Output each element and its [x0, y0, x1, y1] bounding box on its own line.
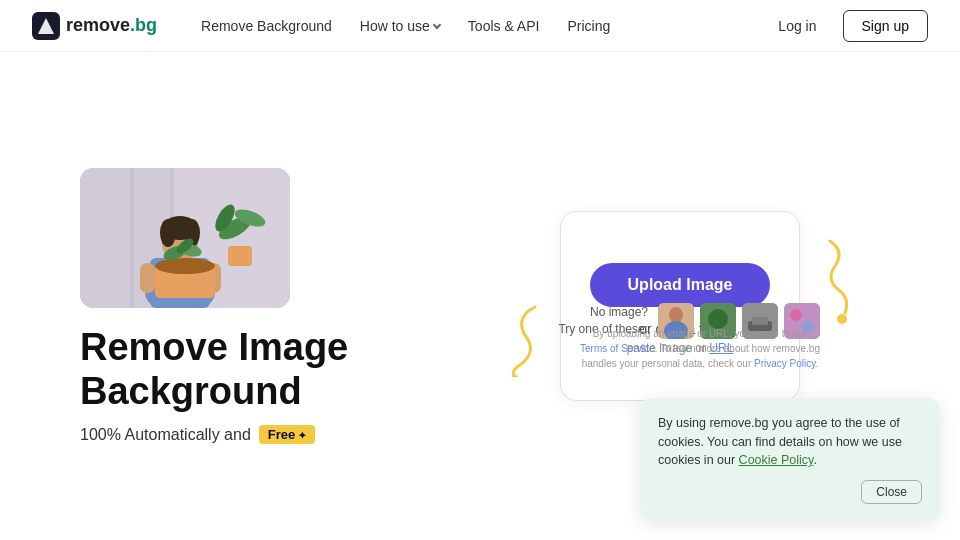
- logo-icon: [32, 12, 60, 40]
- cookie-text: By using remove.bg you agree to the use …: [658, 414, 922, 470]
- cookie-policy-link[interactable]: Cookie Policy: [739, 453, 814, 467]
- svg-point-36: [511, 375, 519, 377]
- squiggle-bottom-left-decoration: [500, 297, 570, 381]
- nav-links: Remove Background How to use Tools & API…: [189, 12, 762, 40]
- privacy-link[interactable]: Privacy Policy: [754, 358, 816, 369]
- upload-image-button[interactable]: Upload Image: [590, 263, 770, 307]
- signup-button[interactable]: Sign up: [843, 10, 928, 42]
- svg-rect-16: [140, 263, 155, 293]
- hero-illustration: [80, 168, 290, 308]
- nav-actions: Log in Sign up: [762, 10, 928, 42]
- logo-text: remove.bg: [66, 15, 157, 36]
- login-button[interactable]: Log in: [762, 11, 832, 41]
- nav-remove-bg[interactable]: Remove Background: [189, 12, 344, 40]
- cookie-close-button[interactable]: Close: [861, 480, 922, 504]
- hero-title: Remove Image Background: [80, 326, 480, 413]
- nav-pricing[interactable]: Pricing: [555, 12, 622, 40]
- navbar: remove.bg Remove Background How to use T…: [0, 0, 960, 52]
- hero-image-placeholder: [80, 168, 290, 308]
- chevron-down-icon: [433, 20, 441, 28]
- tos-link[interactable]: Terms of Service: [580, 343, 654, 354]
- svg-point-19: [155, 258, 215, 274]
- svg-point-26: [669, 307, 683, 323]
- svg-rect-4: [130, 168, 134, 308]
- upload-section: Upload Image or drop a file, paste image…: [480, 211, 880, 401]
- svg-rect-32: [752, 317, 768, 325]
- free-badge: Free: [259, 425, 315, 444]
- cookie-banner: By using remove.bg you agree to the use …: [640, 398, 940, 520]
- svg-point-23: [837, 314, 847, 324]
- legal-text: By uploading an image or URL, you agree …: [580, 326, 820, 371]
- hero-subtitle: 100% Automatically and Free: [80, 425, 480, 444]
- nav-how-to-use[interactable]: How to use: [348, 12, 452, 40]
- svg-point-34: [790, 309, 802, 321]
- logo[interactable]: remove.bg: [32, 12, 157, 40]
- svg-point-14: [160, 219, 176, 247]
- nav-tools-api[interactable]: Tools & API: [456, 12, 552, 40]
- svg-rect-9: [228, 246, 252, 266]
- hero-section: Remove Image Background 100% Automatical…: [80, 168, 480, 444]
- hero-image: [80, 168, 290, 308]
